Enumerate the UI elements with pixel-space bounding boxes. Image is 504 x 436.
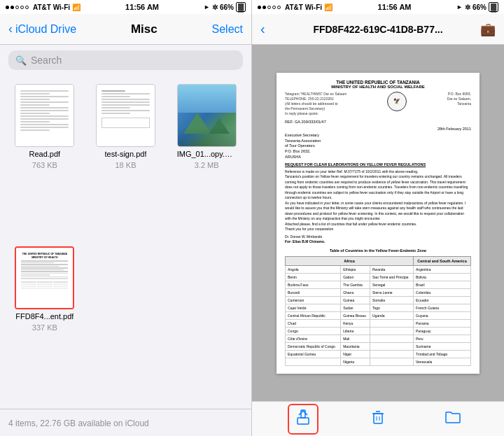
line [21,267,68,269]
cell [53,283,69,285]
battery-icon-right: ▓ [489,2,498,12]
table-cell: Guinea [341,297,370,304]
pdf-line [20,110,69,111]
table-title: Table of Countries in the Yellow Fever-E… [285,248,471,253]
pdf-line [20,113,49,114]
cell [37,283,52,285]
file-item-selected[interactable]: THE UNITED REPUBLIC OF TANZANIAMINISTRY … [8,246,81,400]
pdf-line [20,129,49,131]
table-cell [370,335,414,343]
telegram-line: Telegram "HEALTHIMS" Dar es Salaam [285,92,346,97]
table-cell [370,328,414,335]
dot1 [6,6,9,9]
wifi-icon: 📶 [72,3,80,11]
back-label[interactable]: iCloud Drive [15,23,76,36]
bluetooth-icon: ✲ [212,3,218,11]
table-cell: Congo [286,328,341,335]
svg-rect-1 [298,418,309,424]
folder-button[interactable] [438,404,468,435]
file-size: 337 KB [32,323,57,332]
right-nav-title: FFD8F422-619C-41D8-B77... [294,24,462,35]
sign-box [102,118,150,128]
cell [37,288,52,289]
pdf-content: THE UNITED REPUBLIC OF TANZANIAMINISTRY … [19,251,70,291]
briefcase-icon[interactable]: 💼 [480,22,496,37]
table-row: Cape Verde Sudan Togo French Guiana [286,304,471,312]
line [21,262,54,264]
table-cell [370,351,414,358]
table-cell: Côte d'Ivoire [286,335,341,343]
trash-icon [370,409,386,429]
trash-button[interactable] [363,404,393,435]
table-cell: Venezuela [414,358,471,366]
pdf-preview [15,85,74,146]
cell [53,281,69,283]
table-cell [370,358,414,366]
file-name: IMG_01...opy.MOV [177,150,237,158]
doc-body: REF: GA.209/333/01/47 28th February 2011… [285,119,471,367]
table-row: Angola Ethiopia Rwanda Argentina [286,266,471,274]
file-size: 763 KB [32,161,57,169]
pdf-line [102,99,150,100]
pdf-line [102,104,150,106]
table-cell: Togo [370,304,414,312]
select-button[interactable]: Select [212,23,243,36]
right-battery: 66% [472,3,486,11]
right-status-bar: AT&T Wi-Fi 📶 11:56 AM ► ✲ 66% ▓ [252,0,504,14]
table-cell: Ethiopia [341,266,370,274]
doc-header-line1: THE UNITED REPUBLIC OF TANZANIA [285,80,471,85]
share-button[interactable] [288,404,318,435]
pdf-line [20,127,69,128]
file-item[interactable]: IMG_01...opy.MOV 3.2 MB [170,84,243,238]
pdf-line [102,93,150,94]
back-button[interactable]: ‹ iCloud Drive [8,22,76,36]
cell [53,286,69,287]
body-text: Reference is made on your letter Ref. M.… [285,169,471,232]
table-cell: Angola [286,266,341,274]
table-cell: Colombia [414,289,471,297]
line [21,264,68,265]
table-cell: Sierra Leone [370,289,414,297]
table-cell: Chad [286,320,341,328]
right-nav-action[interactable]: 💼 [475,22,496,37]
addressee: Executive SecretaryTanzania Associationo… [285,133,471,160]
right-status-left: AT&T Wi-Fi 📶 [258,3,332,11]
phone-line: TELEPHONE: 255-22-2120261 [285,97,346,101]
po-box: P.O. Box 9083, [447,92,471,97]
table-cell: Equatorial Guinea [286,351,341,358]
left-time: 11:56 AM [125,3,159,11]
table-row: Central African Republic Guinea Bissau U… [286,312,471,320]
file-size: 3.2 MB [195,161,219,169]
location-icon: ► [204,3,210,10]
file-thumbnail-selected: THE UNITED REPUBLIC OF TANZANIAMINISTRY … [15,246,74,309]
chevron-left-icon-right: ‹ [260,21,265,36]
signal-dots-right [258,6,281,9]
search-input-wrap[interactable]: 🔍 Search [8,50,243,70]
doc-header-line2: MINISTRY OF HEALTH AND SOCIAL WELFARE [285,85,471,89]
doc-address-layout: Telegram "HEALTHIMS" Dar es Salaam TELEP… [285,92,471,116]
file-thumbnail [15,84,74,147]
table-cell: Somalia [370,297,414,304]
pdf-lines-mini [21,260,68,279]
table-cell: Bolivia [414,274,471,281]
left-status-right: ► ✲ 66% ▓ [204,2,246,12]
table-cell: Mali [341,335,370,343]
dot1 [258,6,261,9]
search-bar: 🔍 Search [0,45,251,76]
file-item[interactable]: test-sign.pdf 18 KB [90,84,162,238]
pdf-line [20,118,69,120]
cell [37,286,52,287]
file-name: test-sign.pdf [105,150,147,158]
table-cell: Argentina [414,266,471,274]
right-back-button[interactable]: ‹ [260,21,281,37]
search-placeholder-text: Search [31,55,62,66]
table-cell [286,358,341,366]
table-row: Cameroon Guinea Somalia Ecuador [286,297,471,304]
pdf-line [102,101,150,103]
table-cell: Cape Verde [286,304,341,312]
table-cell: Uganda [370,312,414,320]
line [21,266,59,267]
file-item[interactable]: Read.pdf 763 KB [8,84,81,238]
table-cell: Liberia [341,328,370,335]
americas-header: Central and South America [414,256,471,265]
